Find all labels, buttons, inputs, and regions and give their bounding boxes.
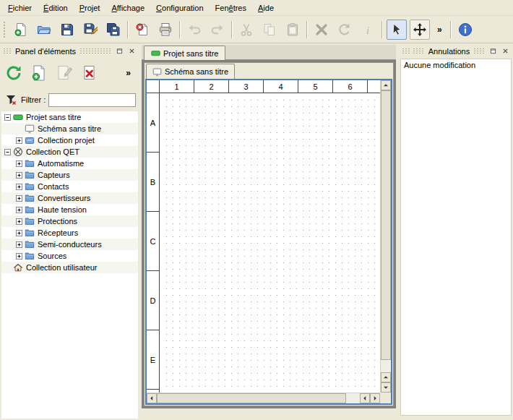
close-project-button[interactable]: [132, 20, 152, 40]
expand-icon[interactable]: [16, 172, 22, 179]
elements-panel-titlebar[interactable]: Panel d'éléments: [0, 45, 139, 57]
folder-icon: [25, 193, 35, 203]
tree-item-semi-conducteurs[interactable]: Semi-conducteurs: [1, 239, 138, 250]
float-dock-button[interactable]: [114, 46, 124, 56]
schema-view[interactable]: 123456 ABCDE: [145, 79, 392, 405]
scroll-down-button[interactable]: [381, 382, 391, 393]
schema-tabbar: Schéma sans titre: [145, 63, 393, 79]
row-ruler: ABCDE: [147, 93, 160, 393]
menu-affichage[interactable]: Affichage: [105, 1, 150, 14]
undo-list[interactable]: Aucune modification: [400, 59, 512, 416]
expand-icon[interactable]: [16, 253, 22, 260]
tree-item-label: Projet sans titre: [25, 113, 81, 121]
scroll-up-button[interactable]: [381, 80, 391, 90]
horizontal-scroll-track[interactable]: [346, 393, 360, 403]
panel-toolbar-extension-button[interactable]: »: [126, 68, 137, 78]
print-button[interactable]: [155, 20, 176, 40]
expand-icon[interactable]: [16, 195, 22, 202]
about-button[interactable]: [455, 20, 475, 40]
tree-item-label: Collection utilisateur: [25, 263, 97, 272]
svg-text:i: i: [366, 24, 369, 35]
vertical-scroll-thumb[interactable]: [381, 90, 391, 360]
scroll-right-button[interactable]: [370, 393, 380, 403]
vertical-scroll-track[interactable]: [381, 360, 391, 372]
save-project-button[interactable]: [57, 20, 77, 40]
ruler-row-label: D: [147, 271, 159, 330]
folder-icon: [25, 251, 35, 261]
tree-item-recepteurs[interactable]: Récepteurs: [1, 227, 138, 239]
tree-item-label: Schéma sans titre: [37, 124, 101, 133]
elements-panel-toolbar: »: [0, 57, 139, 89]
project-icon: [151, 48, 160, 58]
tree-item-schema-sans-titre[interactable]: Schéma sans titre: [1, 123, 138, 134]
tab-project-label: Projet sans titre: [163, 49, 218, 58]
open-project-button[interactable]: [34, 20, 54, 40]
menu-projet[interactable]: Projet: [74, 1, 106, 14]
selection-mode-button[interactable]: [387, 20, 407, 40]
filter-input[interactable]: [48, 93, 136, 107]
delete-selection-button: [311, 20, 332, 40]
dock-drag-grip[interactable]: [402, 48, 410, 55]
expand-icon[interactable]: [16, 207, 22, 213]
toolbar-drag-handle[interactable]: [3, 21, 7, 38]
tree-item-haute-tension[interactable]: Haute tension: [1, 204, 138, 215]
tree-item-contacts[interactable]: Contacts: [1, 181, 138, 192]
ruler-row-label: C: [147, 212, 159, 271]
dock-drag-grip[interactable]: [413, 48, 425, 55]
scrollbar-corner: [380, 393, 391, 403]
tree-item-projet-sans-titre[interactable]: Projet sans titre: [1, 111, 138, 123]
tab-project[interactable]: Projet sans titre: [144, 46, 225, 60]
scroll-left-button[interactable]: [147, 393, 157, 403]
menu-fichier[interactable]: Fichier: [2, 1, 38, 14]
new-project-button[interactable]: [11, 20, 31, 40]
reload-collections-button[interactable]: [3, 62, 25, 84]
expand-icon[interactable]: [16, 241, 22, 248]
tree-item-collection-qet[interactable]: Collection QET: [1, 146, 138, 158]
tree-item-collection-projet[interactable]: Collection projet: [1, 134, 138, 146]
save-all-schemas-button[interactable]: [103, 20, 124, 40]
new-element-button[interactable]: [28, 62, 50, 84]
tree-item-convertisseurs[interactable]: Convertisseurs: [1, 192, 138, 204]
elements-panel-title: Panel d'éléments: [14, 47, 77, 56]
expand-icon[interactable]: [16, 230, 22, 236]
horizontal-scrollbar[interactable]: [147, 393, 380, 403]
menu-edition[interactable]: Édition: [38, 1, 74, 14]
undo-panel-titlebar[interactable]: Annulations: [399, 45, 513, 57]
horizontal-scroll-thumb[interactable]: [157, 393, 346, 403]
tree-item-collection-utilisateur[interactable]: Collection utilisateur: [1, 262, 138, 273]
toolbar-extension-button[interactable]: »: [433, 20, 447, 40]
save-project-as-button[interactable]: [80, 20, 100, 40]
tree-item-protections[interactable]: Protections: [1, 215, 138, 227]
close-dock-button[interactable]: [126, 46, 137, 56]
scroll-up-button-bottom[interactable]: [381, 372, 391, 382]
toolbar-separator: [381, 21, 383, 38]
clear-filter-button[interactable]: [4, 93, 18, 107]
scroll-left-button-right[interactable]: [360, 393, 370, 403]
menu-configuration[interactable]: Configuration: [150, 1, 209, 14]
dock-drag-grip[interactable]: [79, 48, 112, 55]
expand-icon[interactable]: [16, 218, 22, 225]
schema-grid[interactable]: [160, 94, 380, 393]
tree-item-sources[interactable]: Sources: [1, 250, 138, 262]
expand-icon[interactable]: [16, 160, 22, 167]
expand-icon[interactable]: [16, 184, 22, 190]
expand-icon[interactable]: [16, 137, 22, 144]
menu-aide[interactable]: Aide: [252, 1, 280, 14]
schema-icon: [25, 124, 35, 134]
dock-drag-grip[interactable]: [473, 48, 486, 55]
tab-schema[interactable]: Schéma sans titre: [146, 64, 235, 79]
collapse-icon[interactable]: [4, 114, 11, 121]
folder-icon: [25, 158, 35, 168]
tree-item-capteurs[interactable]: Capteurs: [1, 169, 138, 181]
visualisation-mode-button[interactable]: [410, 20, 430, 40]
tree-item-automatisme[interactable]: Automatisme: [1, 158, 138, 169]
menu-fenetres[interactable]: Fenêtres: [210, 1, 252, 14]
home-icon: [13, 262, 23, 273]
filter-row: Filtrer :: [0, 91, 139, 108]
dock-drag-grip[interactable]: [3, 48, 12, 55]
delete-element-button[interactable]: [79, 62, 100, 84]
collapse-icon[interactable]: [4, 149, 11, 155]
float-dock-button[interactable]: [488, 46, 498, 56]
close-dock-button[interactable]: [500, 46, 510, 56]
vertical-scrollbar[interactable]: [380, 80, 391, 393]
